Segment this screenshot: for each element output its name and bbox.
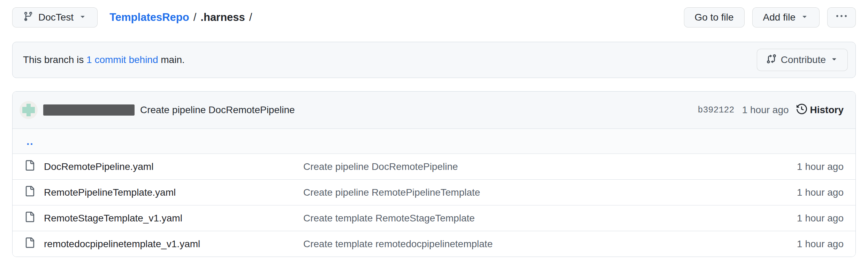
file-commit-message-link[interactable]: Create template remotedocpipelinetemplat… <box>303 238 797 250</box>
parent-directory-link[interactable]: .. <box>26 135 34 147</box>
file-name-cell: DocRemotePipeline.yaml <box>24 160 303 173</box>
file-name-link[interactable]: DocRemotePipeline.yaml <box>44 161 153 172</box>
kebab-icon <box>836 11 847 24</box>
commit-author-redacted[interactable] <box>43 104 135 116</box>
breadcrumb-current-dir: .harness <box>200 11 245 24</box>
avatar-identicon <box>22 107 35 113</box>
latest-commit-header: Create pipeline DocRemotePipeline b39212… <box>13 92 855 128</box>
file-commit-message-link[interactable]: Create pipeline RemotePipelineTemplate <box>303 187 797 198</box>
contribute-label: Contribute <box>781 54 826 65</box>
file-icon <box>24 237 35 250</box>
branch-selector-button[interactable]: DocTest <box>12 7 98 28</box>
table-row: DocRemotePipeline.yaml Create pipeline D… <box>13 154 855 179</box>
file-icon <box>24 212 35 225</box>
history-label: History <box>810 104 844 116</box>
repo-header-bar: DocTest TemplatesRepo / .harness / Go to… <box>12 7 856 28</box>
more-options-button[interactable] <box>827 7 856 28</box>
file-commit-time: 1 hour ago <box>797 238 844 250</box>
file-browser-box: Create pipeline DocRemotePipeline b39212… <box>12 91 856 257</box>
chevron-down-icon <box>830 54 838 65</box>
file-name-cell: remotedocpipelinetemplate_v1.yaml <box>24 237 303 250</box>
file-commit-message-link[interactable]: Create template RemoteStageTemplate <box>303 213 797 224</box>
table-row: RemotePipelineTemplate.yaml Create pipel… <box>13 179 855 205</box>
file-name-link[interactable]: remotedocpipelinetemplate_v1.yaml <box>44 238 200 250</box>
breadcrumb-separator: / <box>193 11 197 24</box>
breadcrumb-separator: / <box>249 11 252 24</box>
add-file-label: Add file <box>763 12 795 23</box>
file-name-cell: RemotePipelineTemplate.yaml <box>24 186 303 199</box>
file-name-link[interactable]: RemoteStageTemplate_v1.yaml <box>44 213 182 224</box>
commits-behind-link[interactable]: 1 commit behind <box>86 54 158 65</box>
history-icon <box>797 104 807 117</box>
file-commit-time: 1 hour ago <box>797 213 844 224</box>
branch-icon <box>23 11 33 24</box>
file-commit-time: 1 hour ago <box>797 161 844 172</box>
latest-commit-message-link[interactable]: Create pipeline DocRemotePipeline <box>140 104 295 116</box>
history-link[interactable]: History <box>797 104 844 117</box>
branch-name-label: DocTest <box>38 12 74 23</box>
file-commit-time: 1 hour ago <box>797 187 844 198</box>
file-name-cell: RemoteStageTemplate_v1.yaml <box>24 212 303 225</box>
git-compare-icon <box>766 54 777 66</box>
latest-commit-meta: b392122 1 hour ago History <box>698 104 844 117</box>
table-row: remotedocpipelinetemplate_v1.yaml Create… <box>13 231 855 257</box>
file-icon <box>24 160 35 173</box>
breadcrumb-repo-link[interactable]: TemplatesRepo <box>109 11 189 24</box>
commit-sha-link[interactable]: b392122 <box>698 105 734 115</box>
table-row: RemoteStageTemplate_v1.yaml Create templ… <box>13 205 855 231</box>
go-to-file-button[interactable]: Go to file <box>684 7 745 28</box>
branch-behind-text: This branch is 1 commit behind main. <box>23 54 185 65</box>
commit-time: 1 hour ago <box>742 104 789 116</box>
parent-directory-row: .. <box>13 128 855 154</box>
repo-header-actions: Go to file Add file <box>684 7 856 28</box>
file-commit-message-link[interactable]: Create pipeline DocRemotePipeline <box>303 161 797 172</box>
chevron-down-icon <box>78 12 87 23</box>
file-icon <box>24 186 35 199</box>
add-file-button[interactable]: Add file <box>752 7 820 28</box>
repo-file-browser-page: DocTest TemplatesRepo / .harness / Go to… <box>0 0 868 257</box>
contribute-button[interactable]: Contribute <box>757 49 848 71</box>
avatar[interactable] <box>20 101 38 119</box>
branch-behind-suffix: main. <box>158 54 185 65</box>
file-name-link[interactable]: RemotePipelineTemplate.yaml <box>44 187 176 198</box>
branch-behind-banner: This branch is 1 commit behind main. Con… <box>12 42 856 78</box>
breadcrumb: TemplatesRepo / .harness / <box>109 11 252 24</box>
branch-behind-prefix: This branch is <box>23 54 86 65</box>
chevron-down-icon <box>800 12 809 23</box>
